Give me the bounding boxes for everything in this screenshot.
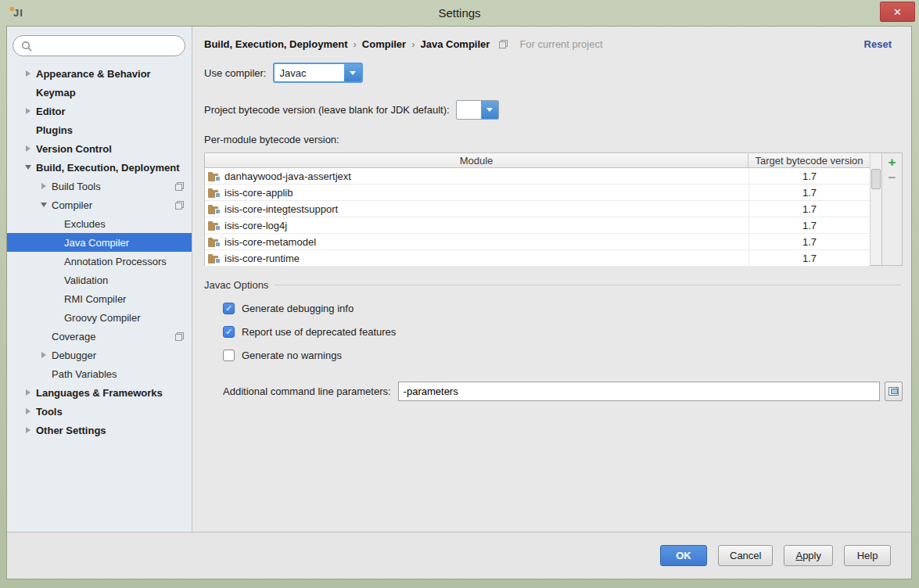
- module-icon: [208, 188, 221, 198]
- breadcrumb-segment: Java Compiler: [421, 38, 490, 50]
- checkbox-report-deprecated[interactable]: ✓ Report use of deprecated features: [223, 326, 903, 338]
- additional-params-input[interactable]: [398, 382, 880, 401]
- titlebar: JI Settings ✕: [0, 0, 919, 26]
- sidebar-item-build-tools[interactable]: Build Tools: [7, 177, 192, 195]
- settings-search-box[interactable]: [13, 35, 185, 56]
- module-icon: [208, 171, 221, 181]
- table-scrollbar[interactable]: [870, 153, 881, 265]
- chevron-right-icon[interactable]: [23, 108, 34, 114]
- add-module-button[interactable]: +: [884, 154, 901, 170]
- expand-field-icon: [888, 387, 899, 396]
- sidebar-item-rmi-compiler[interactable]: RMI Compiler: [7, 289, 192, 308]
- search-input[interactable]: [36, 39, 177, 52]
- checkbox-checked-icon[interactable]: ✓: [223, 303, 235, 314]
- shared-settings-icon: [175, 332, 184, 341]
- chevron-right-icon[interactable]: [38, 183, 49, 189]
- settings-sidebar: Appearance & Behavior Keymap Editor Plug…: [7, 27, 192, 532]
- module-table-header: Module Target bytecode version: [205, 153, 870, 168]
- module-icon: [208, 204, 221, 214]
- column-header-target-bytecode[interactable]: Target bytecode version: [748, 153, 870, 167]
- additional-params-label: Additional command line parameters:: [223, 385, 391, 397]
- apply-button[interactable]: Apply: [784, 545, 833, 566]
- checkbox-generate-no-warnings[interactable]: Generate no warnings: [223, 350, 903, 361]
- table-row[interactable]: isis-core-runtime 1.7: [205, 250, 870, 267]
- table-row[interactable]: isis-core-metamodel 1.7: [205, 234, 870, 250]
- table-row[interactable]: isis-core-applib 1.7: [205, 185, 870, 201]
- table-row[interactable]: isis-core-log4j 1.7: [205, 217, 870, 234]
- sidebar-item-groovy-compiler[interactable]: Groovy Compiler: [7, 308, 192, 327]
- chevron-right-icon[interactable]: [23, 427, 34, 433]
- use-compiler-select[interactable]: Javac: [273, 63, 363, 83]
- sidebar-item-appearance-behavior[interactable]: Appearance & Behavior: [7, 64, 192, 83]
- sidebar-item-java-compiler[interactable]: Java Compiler: [7, 233, 192, 252]
- use-compiler-label: Use compiler:: [204, 67, 266, 79]
- shared-settings-icon: [175, 182, 184, 191]
- remove-module-button[interactable]: −: [884, 170, 901, 185]
- sidebar-item-editor[interactable]: Editor: [7, 102, 192, 120]
- dropdown-arrow-icon[interactable]: [481, 101, 498, 119]
- sidebar-item-coverage[interactable]: Coverage: [7, 327, 192, 346]
- settings-tree: Appearance & Behavior Keymap Editor Plug…: [7, 63, 192, 532]
- cancel-button[interactable]: Cancel: [718, 545, 773, 566]
- java-compiler-panel: Build, Execution, Deployment › Compiler …: [192, 27, 911, 532]
- sidebar-item-path-variables[interactable]: Path Variables: [7, 364, 192, 383]
- checkbox-checked-icon[interactable]: ✓: [223, 326, 235, 338]
- reset-link[interactable]: Reset: [864, 38, 892, 50]
- sidebar-item-version-control[interactable]: Version Control: [7, 139, 192, 158]
- breadcrumb-segment: Build, Execution, Deployment: [204, 38, 347, 50]
- help-button[interactable]: Help: [844, 545, 891, 566]
- module-table: Module Target bytecode version danhaywoo…: [204, 152, 903, 266]
- chevron-down-icon[interactable]: [38, 203, 49, 207]
- module-icon: [208, 220, 221, 231]
- sidebar-item-other-settings[interactable]: Other Settings: [7, 421, 192, 439]
- shared-settings-icon: [499, 40, 508, 48]
- sidebar-item-languages-frameworks[interactable]: Languages & Frameworks: [7, 383, 192, 402]
- sidebar-item-keymap[interactable]: Keymap: [7, 83, 192, 102]
- sidebar-item-compiler[interactable]: Compiler: [7, 195, 192, 214]
- javac-options-section: Javac Options: [204, 279, 903, 291]
- shared-settings-icon: [175, 201, 184, 210]
- sidebar-item-plugins[interactable]: Plugins: [7, 120, 192, 139]
- chevron-right-icon[interactable]: [23, 389, 34, 396]
- dropdown-arrow-icon[interactable]: [344, 64, 361, 81]
- chevron-right-icon[interactable]: [38, 352, 49, 358]
- column-header-module[interactable]: Module: [205, 153, 748, 167]
- table-toolbar: + −: [881, 153, 902, 265]
- chevron-down-icon[interactable]: [23, 165, 34, 170]
- minus-icon: −: [888, 171, 896, 185]
- ok-button[interactable]: OK: [660, 545, 707, 566]
- sidebar-item-annotation-processors[interactable]: Annotation Processors: [7, 252, 192, 271]
- chevron-right-icon[interactable]: [23, 70, 34, 77]
- checkbox-generate-debugging-info[interactable]: ✓ Generate debugging info: [223, 303, 903, 314]
- chevron-right-icon[interactable]: [23, 408, 34, 414]
- project-bytecode-select[interactable]: [456, 100, 499, 120]
- module-icon: [208, 237, 221, 247]
- checkbox-unchecked-icon[interactable]: [223, 350, 235, 361]
- table-row[interactable]: isis-core-integtestsupport 1.7: [205, 201, 870, 217]
- sidebar-item-validation[interactable]: Validation: [7, 271, 192, 289]
- plus-icon: +: [888, 156, 896, 169]
- scrollbar-thumb[interactable]: [871, 169, 881, 189]
- settings-dialog: Appearance & Behavior Keymap Editor Plug…: [6, 26, 912, 579]
- project-bytecode-label: Project bytecode version (leave blank fo…: [204, 104, 450, 116]
- section-title: Javac Options: [204, 279, 268, 291]
- settings-window: JI Settings ✕ Appearance & Beha: [0, 0, 919, 588]
- table-row[interactable]: danhaywood-java-assertjext 1.7: [205, 168, 870, 185]
- module-icon: [208, 253, 221, 264]
- sidebar-item-tools[interactable]: Tools: [7, 402, 192, 421]
- close-button[interactable]: ✕: [880, 2, 915, 22]
- window-title: Settings: [0, 6, 919, 20]
- chevron-right-icon[interactable]: [23, 145, 34, 152]
- search-icon: [21, 41, 32, 52]
- for-current-project-note: For current project: [499, 38, 602, 50]
- expand-field-button[interactable]: [885, 382, 903, 401]
- breadcrumb-segment: Compiler: [362, 38, 406, 50]
- section-separator: [275, 285, 901, 285]
- dialog-button-bar: OK Cancel Apply Help: [7, 532, 911, 579]
- per-module-label: Per-module bytecode version:: [204, 134, 903, 145]
- close-icon: ✕: [893, 6, 902, 18]
- sidebar-item-excludes[interactable]: Excludes: [7, 214, 192, 233]
- sidebar-item-build-execution-deployment[interactable]: Build, Execution, Deployment: [7, 158, 192, 177]
- sidebar-item-debugger[interactable]: Debugger: [7, 346, 192, 364]
- breadcrumb: Build, Execution, Deployment › Compiler …: [204, 36, 903, 52]
